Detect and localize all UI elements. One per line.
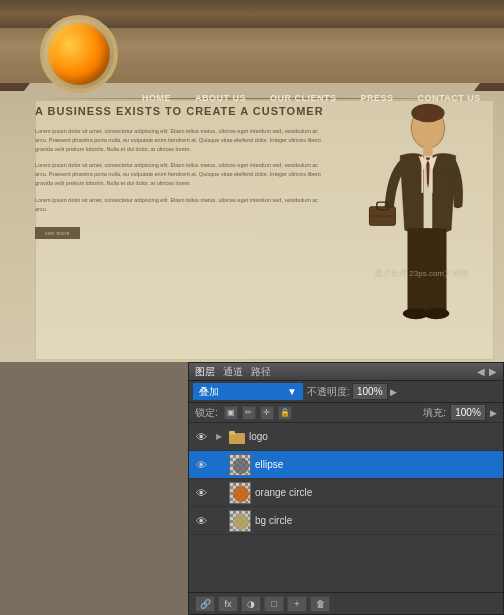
- ps-fill-value: 100%: [455, 407, 481, 418]
- man-illustration: [344, 100, 474, 360]
- ps-tabs: 图层 通道 路径: [195, 365, 271, 379]
- ps-lock-label: 锁定:: [195, 406, 218, 420]
- ps-layers-list: 👁 ▶ logo 👁 ellipse 👁 orange circle: [189, 423, 503, 592]
- site-paragraph-1: Lorem ipsum dolor sit amet, consectetur …: [35, 127, 324, 153]
- nav-item-press[interactable]: PRESS: [349, 85, 406, 111]
- site-cta-button[interactable]: see more: [35, 227, 80, 239]
- ps-layer-expand-logo[interactable]: ▶: [213, 431, 225, 443]
- left-sidebar: [0, 362, 188, 615]
- ps-delete-layer-button[interactable]: 🗑: [310, 596, 330, 612]
- ps-fill-row: 填充: 100% ▶: [423, 404, 497, 421]
- svg-point-6: [423, 308, 449, 319]
- ps-bottom-icons: 🔗 fx ◑ □ + 🗑: [195, 596, 330, 612]
- ps-tab-paths[interactable]: 路径: [251, 365, 271, 379]
- ps-layer-thumb-bg: [229, 510, 251, 532]
- ps-layer-eye-ellipse[interactable]: 👁: [193, 457, 209, 473]
- ps-layer-name-ellipse: ellipse: [255, 459, 499, 470]
- website-mockup: HOME ABOUT US OUR CLIENTS PRESS CONTACT …: [0, 0, 504, 370]
- ps-opacity-arrow-icon[interactable]: ▶: [390, 387, 397, 397]
- ps-tab-channels[interactable]: 通道: [223, 365, 243, 379]
- ps-blend-mode-dropdown[interactable]: 叠加 ▼: [193, 383, 303, 400]
- ps-group-button[interactable]: □: [264, 596, 284, 612]
- ps-new-layer-button[interactable]: +: [287, 596, 307, 612]
- site-paragraph-2: Lorem ipsum dolor sit amet, consectetur …: [35, 161, 324, 187]
- ps-opacity-value: 100%: [357, 386, 383, 397]
- ps-lock-transparent-button[interactable]: ▣: [224, 406, 238, 420]
- nav-item-home[interactable]: HOME: [130, 85, 183, 111]
- ps-fill-field[interactable]: 100%: [450, 404, 486, 421]
- ps-layer-eye-bg[interactable]: 👁: [193, 513, 209, 529]
- ps-layer-ellipse[interactable]: 👁 ellipse: [189, 451, 503, 479]
- ps-bottom-toolbar: 🔗 fx ◑ □ + 🗑: [189, 592, 503, 614]
- photoshop-panel: 图层 通道 路径 ◀ ▶ 叠加 ▼ 不透明度: 100% ▶ 锁定: ▣ ✏ ✛…: [188, 362, 504, 615]
- site-text-area: A BUSINESS EXISTS TO CREATE A CUSTOMER L…: [35, 100, 324, 360]
- ps-lock-pixels-button[interactable]: ✏: [242, 406, 256, 420]
- ps-fill-label: 填充:: [423, 406, 446, 420]
- ps-lock-row: 锁定: ▣ ✏ ✛ 🔒 填充: 100% ▶: [189, 403, 503, 423]
- ps-layer-spacer-bg: [213, 515, 225, 527]
- ps-titlebar: 图层 通道 路径 ◀ ▶: [189, 363, 503, 381]
- ps-dropdown-arrow-icon: ▼: [287, 386, 297, 397]
- ps-link-button[interactable]: 🔗: [195, 596, 215, 612]
- svg-point-15: [233, 514, 249, 530]
- ps-lock-all-button[interactable]: 🔒: [278, 406, 292, 420]
- ps-collapse-left-icon[interactable]: ◀: [477, 366, 485, 377]
- ps-layer-eye-orange[interactable]: 👁: [193, 485, 209, 501]
- nav-item-about[interactable]: ABOUT US: [183, 85, 258, 111]
- ps-lock-icons: ▣ ✏ ✛ 🔒: [224, 406, 292, 420]
- ps-layer-thumb-orange: [229, 482, 251, 504]
- nav-item-contact[interactable]: CONTACT US: [406, 85, 493, 111]
- ps-collapse-right-icon[interactable]: ▶: [489, 366, 497, 377]
- ps-blend-mode-label: 叠加: [199, 385, 219, 399]
- ps-layer-logo[interactable]: 👁 ▶ logo: [189, 423, 503, 451]
- logo-circle-outer: [40, 15, 118, 93]
- svg-point-13: [233, 458, 249, 474]
- ps-lock-move-button[interactable]: ✛: [260, 406, 274, 420]
- site-nav: HOME ABOUT US OUR CLIENTS PRESS CONTACT …: [130, 85, 504, 111]
- ps-tab-layers[interactable]: 图层: [195, 365, 215, 379]
- ps-layer-eye-logo[interactable]: 👁: [193, 429, 209, 445]
- ps-layer-name-bg: bg circle: [255, 515, 499, 526]
- ps-layer-thumb-ellipse: [229, 454, 251, 476]
- svg-rect-4: [423, 228, 446, 312]
- ps-panel-controls: ◀ ▶: [477, 366, 497, 377]
- site-paragraph-3: Lorem ipsum dolor sit amet, consectetur …: [35, 196, 324, 214]
- ps-layer-spacer-ellipse: [213, 459, 225, 471]
- ps-fill-arrow-icon[interactable]: ▶: [490, 408, 497, 418]
- ps-adjustment-button[interactable]: ◑: [241, 596, 261, 612]
- ps-layer-bg-circle[interactable]: 👁 bg circle: [189, 507, 503, 535]
- ps-layer-orange-circle[interactable]: 👁 orange circle: [189, 479, 503, 507]
- logo-circle-inner: [48, 23, 110, 85]
- ps-fx-button[interactable]: fx: [218, 596, 238, 612]
- nav-item-clients[interactable]: OUR CLIENTS: [258, 85, 349, 111]
- ps-opacity-field[interactable]: 100%: [352, 383, 388, 400]
- ps-opacity-row: 不透明度: 100% ▶: [307, 383, 397, 400]
- ps-opacity-label: 不透明度:: [307, 385, 350, 399]
- ps-layer-name-orange: orange circle: [255, 487, 499, 498]
- site-content: A BUSINESS EXISTS TO CREATE A CUSTOMER L…: [35, 100, 474, 360]
- svg-rect-12: [229, 431, 235, 435]
- ps-blend-row: 叠加 ▼ 不透明度: 100% ▶: [189, 381, 503, 403]
- svg-rect-2: [423, 145, 432, 156]
- site-illustration: [334, 100, 474, 360]
- ps-layer-folder-icon: [229, 429, 245, 445]
- ps-layer-name-logo: logo: [249, 431, 499, 442]
- svg-point-14: [233, 486, 249, 502]
- ps-layer-spacer-orange: [213, 487, 225, 499]
